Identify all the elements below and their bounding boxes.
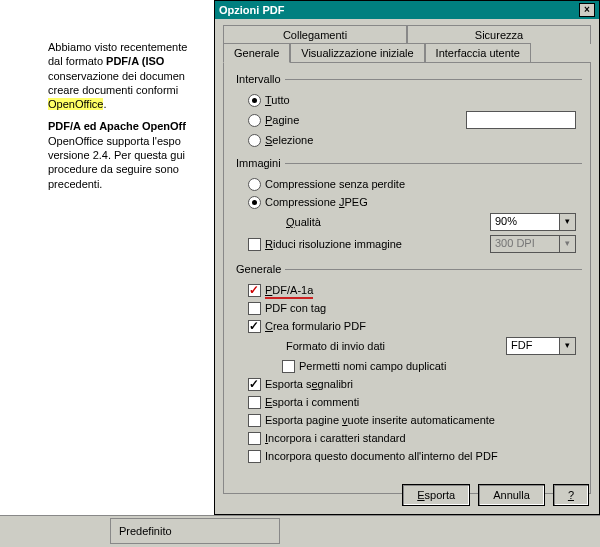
chevron-down-icon: ▾ xyxy=(559,338,575,354)
pages-input[interactable] xyxy=(466,111,576,129)
tab-interfaccia[interactable]: Interfaccia utente xyxy=(425,43,531,63)
check-pdfa[interactable] xyxy=(248,284,261,297)
cancel-button[interactable]: Annulla xyxy=(478,484,545,506)
label-incorpora: Incorpora questo documento all'interno d… xyxy=(265,450,498,462)
check-commenti[interactable] xyxy=(248,396,261,409)
check-permetti[interactable] xyxy=(282,360,295,373)
label-caratteri: Incorpora i caratteri standard xyxy=(265,432,406,444)
check-vuote[interactable] xyxy=(248,414,261,427)
status-style-cell: Predefinito xyxy=(110,518,280,544)
label-qualita: Qualità xyxy=(286,216,321,228)
label-lossless: Compressione senza perdite xyxy=(265,178,405,190)
radio-lossless[interactable] xyxy=(248,178,261,191)
label-tutto: Tutto xyxy=(265,94,290,106)
radio-jpeg[interactable] xyxy=(248,196,261,209)
status-style-label: Predefinito xyxy=(119,525,172,537)
check-incorpora[interactable] xyxy=(248,450,261,463)
dialog-title: Opzioni PDF xyxy=(219,4,579,16)
status-bar: Predefinito xyxy=(0,515,600,547)
label-selezione: Selezione xyxy=(265,134,313,146)
tab-panel-generale: Intervallo Tutto Pagine Selezione Immagi… xyxy=(223,62,591,494)
radio-tutto[interactable] xyxy=(248,94,261,107)
tab-collegamenti[interactable]: Collegamenti xyxy=(223,25,407,44)
group-generale: Generale PDF/A-1a PDF con tag Crea formu… xyxy=(232,263,582,467)
label-creaform: Crea formulario PDF xyxy=(265,320,366,332)
pdf-options-dialog: Opzioni PDF × Collegamenti Sicurezza Gen… xyxy=(214,0,600,515)
tab-sicurezza[interactable]: Sicurezza xyxy=(407,25,591,44)
titlebar[interactable]: Opzioni PDF × xyxy=(215,1,599,19)
close-icon[interactable]: × xyxy=(579,3,595,17)
label-permetti: Permetti nomi campo duplicati xyxy=(299,360,446,372)
check-creaform[interactable] xyxy=(248,320,261,333)
format-combo[interactable]: FDF▾ xyxy=(506,337,576,355)
check-segnalibri[interactable] xyxy=(248,378,261,391)
dialog-button-bar: Esporta Annulla ? xyxy=(402,484,589,506)
label-formato: Formato di invio dati xyxy=(286,340,385,352)
label-pdftag: PDF con tag xyxy=(265,302,326,314)
label-commenti: Esporta i commenti xyxy=(265,396,359,408)
tab-strip: Collegamenti Sicurezza Generale Visualiz… xyxy=(215,19,599,63)
document-background: Abbiamo visto recentemente dal formato P… xyxy=(0,0,220,515)
export-button[interactable]: Esporta xyxy=(402,484,470,506)
label-vuote: Esporta pagine vuote inserite automatica… xyxy=(265,414,495,426)
help-button[interactable]: ? xyxy=(553,484,589,506)
chevron-down-icon: ▾ xyxy=(559,236,575,252)
dpi-combo: 300 DPI▾ xyxy=(490,235,576,253)
group-intervallo: Intervallo Tutto Pagine Selezione xyxy=(232,73,582,151)
group-immagini: Immagini Compressione senza perdite Comp… xyxy=(232,157,582,257)
check-riduci[interactable] xyxy=(248,238,261,251)
tab-generale[interactable]: Generale xyxy=(223,43,290,63)
label-riduci: Riduci risoluzione immagine xyxy=(265,238,402,250)
chevron-down-icon: ▾ xyxy=(559,214,575,230)
label-jpeg: Compressione JPEG xyxy=(265,196,368,208)
radio-pagine[interactable] xyxy=(248,114,261,127)
check-caratteri[interactable] xyxy=(248,432,261,445)
tab-visualizzazione[interactable]: Visualizzazione iniziale xyxy=(290,43,424,63)
label-segnalibri: Esporta segnalibri xyxy=(265,378,353,390)
label-pagine: Pagine xyxy=(265,114,299,126)
quality-combo[interactable]: 90%▾ xyxy=(490,213,576,231)
legend-intervallo: Intervallo xyxy=(232,73,285,85)
legend-generale: Generale xyxy=(232,263,285,275)
radio-selezione[interactable] xyxy=(248,134,261,147)
check-pdftag[interactable] xyxy=(248,302,261,315)
legend-immagini: Immagini xyxy=(232,157,285,169)
label-pdfa: PDF/A-1a xyxy=(265,284,313,296)
